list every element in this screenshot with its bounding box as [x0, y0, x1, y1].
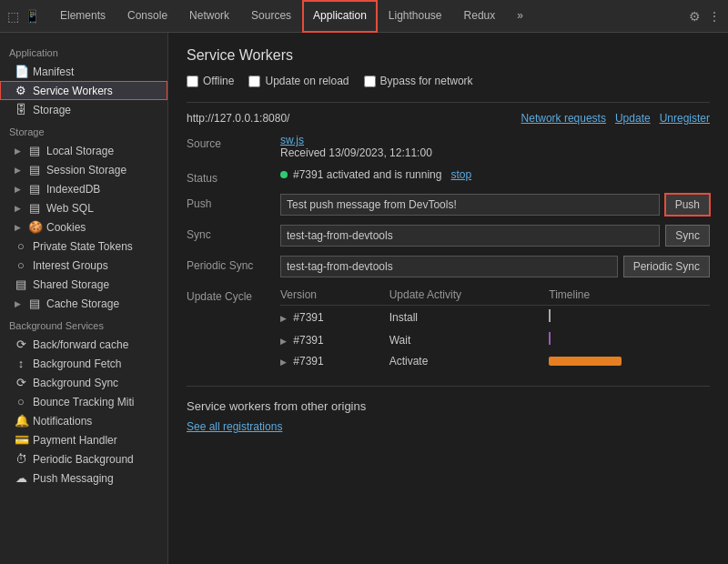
- service-workers-icon: ⚙: [15, 84, 27, 97]
- cookies-icon: 🍪: [28, 220, 41, 234]
- row3-timeline: [549, 351, 710, 371]
- bypass-for-network-checkbox[interactable]: [364, 76, 376, 87]
- update-on-reload-option[interactable]: Update on reload: [248, 75, 349, 87]
- push-input[interactable]: [280, 194, 660, 216]
- sidebar-section-application: Application: [0, 40, 167, 62]
- tab-bar-icons: ⬚ 📱: [7, 9, 40, 24]
- tab-bar: ⬚ 📱 Elements Console Network Sources App…: [0, 0, 728, 33]
- network-requests-link[interactable]: Network requests: [521, 112, 606, 125]
- sidebar-item-background-fetch[interactable]: ↕ Background Fetch: [0, 354, 167, 373]
- push-row: Push Push: [187, 194, 710, 216]
- device-icon[interactable]: 📱: [25, 9, 40, 24]
- tab-lighthouse[interactable]: Lighthouse: [378, 0, 453, 33]
- sidebar-item-background-fetch-label: Background Fetch: [33, 358, 121, 370]
- more-options-icon[interactable]: ⋮: [708, 9, 721, 24]
- sidebar-item-bounce-tracking[interactable]: ○ Bounce Tracking Miti: [0, 392, 167, 411]
- sync-label: Sync: [187, 225, 273, 241]
- settings-icon[interactable]: ⚙: [689, 9, 701, 24]
- offline-checkbox[interactable]: [187, 76, 198, 87]
- origins-title: Service workers from other origins: [187, 399, 710, 413]
- sidebar-item-shared-storage[interactable]: ▤ Shared Storage: [0, 275, 167, 294]
- sidebar-item-indexeddb[interactable]: ▶ ▤ IndexedDB: [0, 179, 167, 198]
- periodic-sync-button[interactable]: Periodic Sync: [623, 256, 710, 277]
- update-on-reload-checkbox[interactable]: [248, 76, 260, 87]
- sidebar-item-web-sql-label: Web SQL: [46, 202, 94, 215]
- page-title: Service Workers: [187, 47, 710, 64]
- stop-link[interactable]: stop: [450, 168, 471, 181]
- update-link[interactable]: Update: [615, 112, 651, 125]
- sidebar-item-cache-storage[interactable]: ▶ ▤ Cache Storage: [0, 294, 167, 313]
- status-dot: [280, 171, 288, 178]
- indexeddb-icon: ▤: [28, 182, 41, 196]
- source-file-link[interactable]: sw.js: [280, 134, 304, 146]
- sidebar-item-interest-groups[interactable]: ○ Interest Groups: [0, 256, 167, 275]
- sidebar-item-manifest[interactable]: 📄 Manifest: [0, 62, 167, 81]
- inspect-icon[interactable]: ⬚: [7, 9, 19, 24]
- tab-application[interactable]: Application: [302, 0, 378, 33]
- sw-url-row: http://127.0.0.1:8080/ Network requests …: [187, 112, 710, 125]
- sidebar-item-service-workers[interactable]: ⚙ Service Workers: [0, 81, 167, 100]
- push-button[interactable]: Push: [665, 194, 710, 216]
- table-row: ▶ #7391 Activate: [280, 351, 710, 371]
- sidebar-item-back-forward-label: Back/forward cache: [33, 338, 128, 351]
- row3-version: ▶ #7391: [280, 351, 389, 371]
- sidebar-item-background-sync[interactable]: ⟳ Background Sync: [0, 373, 167, 392]
- sidebar-item-cookies[interactable]: ▶ 🍪 Cookies: [0, 217, 167, 237]
- push-label: Push: [187, 194, 273, 210]
- tab-network[interactable]: Network: [178, 0, 240, 33]
- arrow-cache-storage: ▶: [15, 299, 21, 308]
- sidebar-item-periodic-background[interactable]: ⏱ Periodic Background: [0, 449, 167, 468]
- row1-arrow[interactable]: ▶: [280, 314, 287, 323]
- status-label: Status: [187, 168, 273, 185]
- sidebar-item-private-state-tokens-label: Private State Tokens: [33, 240, 133, 253]
- update-cycle-table: Version Update Activity Timeline ▶ #7391…: [280, 287, 710, 371]
- update-cycle-label: Update Cycle: [187, 287, 273, 303]
- row3-arrow[interactable]: ▶: [280, 358, 287, 367]
- sidebar-item-payment-handler-label: Payment Handler: [33, 434, 117, 447]
- col-timeline: Timeline: [549, 287, 710, 306]
- content-area: Service Workers Offline Update on reload…: [168, 33, 728, 564]
- tab-more[interactable]: »: [506, 0, 534, 33]
- tab-elements[interactable]: Elements: [49, 0, 116, 33]
- web-sql-icon: ▤: [28, 201, 41, 215]
- sync-button[interactable]: Sync: [665, 225, 710, 247]
- source-value: sw.js Received 13/09/2023, 12:11:00: [280, 134, 710, 159]
- sidebar-item-payment-handler[interactable]: 💳 Payment Handler: [0, 430, 167, 449]
- sidebar-item-local-storage[interactable]: ▶ ▤ Local Storage: [0, 141, 167, 160]
- bypass-for-network-option[interactable]: Bypass for network: [364, 75, 473, 87]
- see-all-registrations-link[interactable]: See all registrations: [187, 420, 282, 433]
- row2-version: ▶ #7391: [280, 328, 389, 351]
- sidebar-item-session-storage-label: Session Storage: [46, 164, 126, 176]
- offline-option[interactable]: Offline: [187, 75, 234, 87]
- push-input-row: Push: [280, 194, 710, 216]
- row1-version-text: #7391: [293, 311, 323, 324]
- sync-input[interactable]: [280, 225, 660, 247]
- bg-fetch-icon: ↕: [15, 357, 27, 370]
- arrow-indexeddb: ▶: [15, 185, 21, 194]
- tab-console[interactable]: Console: [116, 0, 178, 33]
- sw-entry: http://127.0.0.1:8080/ Network requests …: [187, 102, 710, 371]
- sidebar-item-private-state-tokens[interactable]: ○ Private State Tokens: [0, 237, 167, 256]
- sw-actions: Network requests Update Unregister: [521, 112, 710, 125]
- sidebar-item-notifications[interactable]: 🔔 Notifications: [0, 411, 167, 430]
- row2-timeline: [549, 328, 710, 351]
- row2-activity: Wait: [389, 328, 550, 351]
- sidebar-item-storage-app[interactable]: 🗄 Storage: [0, 100, 167, 119]
- sidebar-item-manifest-label: Manifest: [33, 65, 74, 78]
- sidebar-item-session-storage[interactable]: ▶ ▤ Session Storage: [0, 160, 167, 179]
- unregister-link[interactable]: Unregister: [660, 112, 710, 125]
- row2-arrow[interactable]: ▶: [280, 337, 287, 346]
- session-storage-icon: ▤: [28, 163, 41, 176]
- bounce-tracking-icon: ○: [15, 395, 27, 408]
- tab-redux[interactable]: Redux: [453, 0, 507, 33]
- sidebar-item-back-forward-cache[interactable]: ⟳ Back/forward cache: [0, 335, 167, 354]
- periodic-sync-input-row: Periodic Sync: [280, 256, 710, 277]
- status-value: #7391 activated and is running stop: [280, 168, 710, 181]
- sidebar-item-storage-app-label: Storage: [33, 104, 71, 116]
- sidebar-item-web-sql[interactable]: ▶ ▤ Web SQL: [0, 198, 167, 217]
- sidebar: Application 📄 Manifest ⚙ Service Workers…: [0, 33, 168, 564]
- sidebar-item-push-messaging[interactable]: ☁ Push Messaging: [0, 468, 167, 488]
- tab-sources[interactable]: Sources: [240, 0, 302, 33]
- periodic-sync-input[interactable]: [280, 256, 618, 277]
- row1-activity: Install: [389, 306, 550, 329]
